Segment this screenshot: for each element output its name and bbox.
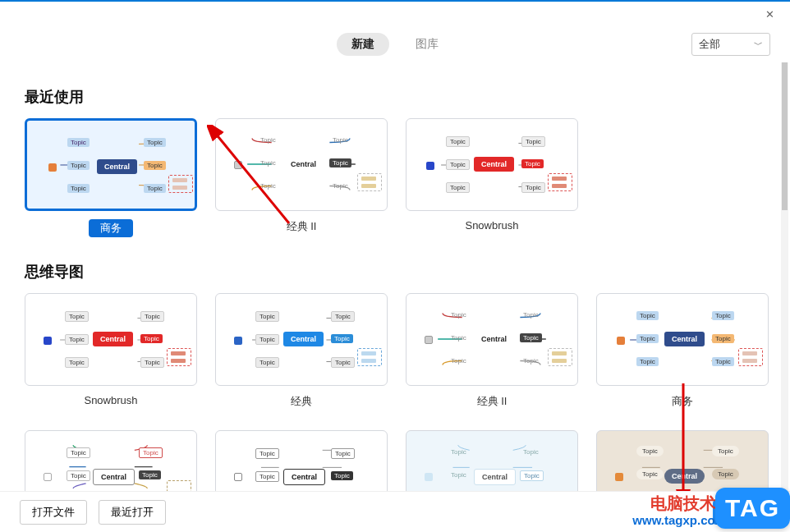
template-card-business: Central Topic Topic Topic Topic Topic To… [25,118,197,237]
template-card: Central Topic Topic Topic Topic [596,430,769,491]
template-label: 经典 [291,394,312,409]
template-thumb[interactable]: Central Topic Topic Topic Topic Topic To… [406,118,578,211]
recent-open-button[interactable]: 最近打开 [99,500,166,525]
template-card: Central Topic Topic Topic Topic [25,430,197,491]
template-thumb[interactable]: Central Topic Topic Topic Topic [215,430,388,491]
recent-grid: Central Topic Topic Topic Topic Topic To… [25,118,756,237]
template-thumb[interactable]: Central Topic Topic Topic Topic Topic To… [596,293,769,386]
watermark-badge: TAG [715,488,790,529]
template-card-snowbrush: Central Topic Topic Topic Topic Topic To… [25,293,197,409]
content-pane: 最近使用 Central Topic Topic [0,62,780,491]
top-row: 新建 图库 全部 ﹀ [0,26,790,62]
tab-bar: 新建 图库 [337,33,453,56]
template-label: Snowbrush [465,219,518,232]
titlebar: ✕ [0,2,790,26]
chevron-down-icon: ﹀ [754,39,763,51]
template-label: 经典 II [287,219,317,234]
template-card-classic: Central Topic Topic Topic Topic Topic To… [215,293,388,409]
template-thumb[interactable]: Central Topic Topic Topic Topic Topic To… [406,293,578,386]
template-thumb[interactable]: Central Topic Topic Topic Topic [25,430,197,491]
mindmap-grid: Central Topic Topic Topic Topic Topic To… [25,293,756,491]
template-label: 商务 [672,394,693,409]
template-card: Central Topic Topic Topic Topic [406,430,578,491]
open-file-button[interactable]: 打开文件 [20,500,87,525]
template-card-classic2: Central Topic Topic Topic Topic Topic To… [406,293,578,409]
template-card-business: Central Topic Topic Topic Topic Topic To… [596,293,769,409]
template-thumb[interactable]: Central Topic Topic Topic Topic [406,430,578,491]
close-button[interactable]: ✕ [756,4,783,24]
tab-gallery[interactable]: 图库 [401,33,453,56]
template-label: Snowbrush [84,394,137,406]
close-icon: ✕ [765,8,774,21]
section-recent-title: 最近使用 [25,87,756,107]
footer: 打开文件 最近打开 创建 [0,491,790,532]
scrollbar[interactable] [781,62,788,491]
template-thumb[interactable]: Central Topic Topic Topic Topic Topic To… [25,293,197,386]
filter-selected-label: 全部 [699,37,720,52]
template-thumb[interactable]: Central Topic Topic Topic Topic Topic To… [215,293,388,386]
filter-dropdown[interactable]: 全部 ﹀ [691,33,770,56]
scrollbar-thumb[interactable] [782,62,788,210]
template-label: 经典 II [477,394,508,409]
section-mindmap-title: 思维导图 [25,262,756,282]
template-card-classic2: Central Topic Topic Topic Topic Topic To… [215,118,388,237]
template-label: 商务 [89,219,133,237]
template-thumb[interactable]: Central Topic Topic Topic Topic Topic To… [25,118,197,211]
template-card: Central Topic Topic Topic Topic [215,430,388,491]
template-card-snowbrush: Central Topic Topic Topic Topic Topic To… [406,118,578,237]
tab-new[interactable]: 新建 [337,33,389,56]
template-thumb[interactable]: Central Topic Topic Topic Topic [596,430,769,491]
template-thumb[interactable]: Central Topic Topic Topic Topic Topic To… [215,118,388,211]
